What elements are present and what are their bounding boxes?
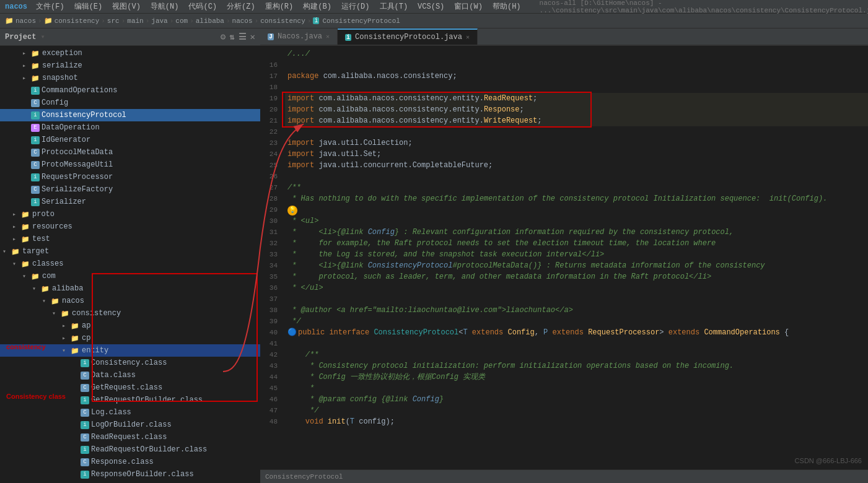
breadcrumb-item-com[interactable]: com — [175, 17, 188, 25]
tree-item-label: nacos — [62, 297, 84, 305]
gear-icon[interactable]: ⚙ — [221, 32, 226, 42]
sidebar-tree[interactable]: ▸📁exception▸📁serialize▸📁snapshotiCommand… — [0, 46, 260, 482]
line-number: 16 — [260, 59, 285, 71]
sidebar-header: Project ▾ ⚙ ⇅ ☰ ✕ — [0, 28, 260, 46]
breadcrumb-item-consistency2[interactable]: consistency — [260, 17, 305, 25]
tree-item-label: ReadRequestOrBuilder.class — [91, 445, 207, 454]
tree-item-resources[interactable]: ▸📁resources — [0, 220, 260, 233]
line-content: * <ul> — [285, 215, 868, 227]
tree-item-com[interactable]: ▾📁com — [0, 270, 260, 282]
breadcrumb-item-consistency[interactable]: 📁 consistency — [44, 17, 100, 25]
filter-icon[interactable]: ⇅ — [229, 32, 234, 42]
menu-item-build[interactable]: 构建(B) — [299, 0, 335, 13]
tree-item-entity[interactable]: ▾📁entity — [0, 344, 260, 357]
breadcrumb-item-alibaba[interactable]: alibaba — [196, 17, 224, 25]
tree-item-ProtocolMetaData[interactable]: CProtocolMetaData — [0, 146, 260, 159]
tree-item-ProtoMessageUtil[interactable]: CProtoMessageUtil — [0, 159, 260, 171]
menu-item-edit[interactable]: 编辑(E) — [71, 0, 107, 13]
breadcrumb-item-protocol[interactable]: i ConsistencyProtocol — [313, 17, 400, 25]
menu-item-navigate[interactable]: 导航(N) — [147, 0, 183, 13]
tree-item-target[interactable]: ▾📁target — [0, 245, 260, 258]
tree-item-classes[interactable]: ▾📁classes — [0, 258, 260, 270]
tab-consistency-protocol[interactable]: i ConsistencyProtocol.java ✕ — [338, 28, 478, 45]
tab-close-icon[interactable]: ✕ — [326, 33, 330, 40]
menu-item-analyze[interactable]: 分析(Z) — [223, 0, 259, 13]
settings-icon[interactable]: ☰ — [239, 32, 247, 42]
tree-item-Consistencyclass[interactable]: iConsistency.class — [0, 357, 260, 369]
line-content: 💡 — [285, 204, 868, 215]
tree-item-Config[interactable]: CConfig — [0, 97, 260, 109]
tab-nacos[interactable]: J Nacos.java ✕ — [260, 28, 338, 45]
tree-item-LogOrBuilderclass[interactable]: iLogOrBuilder.class — [0, 419, 260, 431]
tree-item-serialize[interactable]: ▸📁serialize — [0, 59, 260, 72]
menu-item-file[interactable]: 文件(F) — [32, 0, 68, 13]
line-number: 25 — [260, 160, 285, 171]
tree-item-RequestProcessor[interactable]: iRequestProcessor — [0, 171, 260, 183]
tree-item-Dataclass[interactable]: CData.class — [0, 369, 260, 381]
breadcrumb-item-nacos2[interactable]: nacos — [232, 17, 253, 25]
menu-bar: nacos 文件(F) 编辑(E) 视图(V) 导航(N) 代码(C) 分析(Z… — [0, 0, 868, 14]
tree-item-snapshot[interactable]: ▸📁snapshot — [0, 72, 260, 84]
line-content: */ — [285, 405, 868, 416]
tree-item-DataOperation[interactable]: EDataOperation — [0, 121, 260, 134]
collapse-arrow-icon: ▸ — [12, 211, 21, 218]
tree-item-label: Response.class — [91, 458, 154, 466]
breadcrumb-item-java[interactable]: java — [151, 17, 167, 25]
tree-item-alibaba[interactable]: ▾📁alibaba — [0, 282, 260, 295]
tree-item-ReadRequestOrBuilderclass[interactable]: iReadRequestOrBuilder.class — [0, 443, 260, 456]
editor-content[interactable]: /.../1617package com.alibaba.nacos.consi… — [260, 46, 868, 469]
menu-item-vcs[interactable]: VCS(S) — [414, 1, 448, 12]
tree-item-Serializer[interactable]: iSerializer — [0, 196, 260, 208]
tree-item-IdGenerator[interactable]: iIdGenerator — [0, 134, 260, 146]
class-icon: i — [31, 173, 40, 181]
class-icon: i — [31, 136, 40, 144]
tree-item-nacos[interactable]: ▾📁nacos — [0, 295, 260, 307]
line-number: 20 — [260, 104, 285, 115]
tree-item-ConsistencyProtocol[interactable]: iConsistencyProtocol — [0, 109, 260, 121]
menu-item-refactor[interactable]: 重构(R) — [261, 0, 297, 13]
code-line: 35 * protocol, such as leader, term, and… — [260, 271, 868, 282]
tree-item-label: ResponseOrBuilder.class — [91, 470, 194, 479]
tab-close-icon2[interactable]: ✕ — [466, 33, 470, 41]
breadcrumb-item-main[interactable]: main — [127, 17, 143, 25]
close-icon[interactable]: ✕ — [250, 32, 255, 42]
tree-item-Responseclass[interactable]: CResponse.class — [0, 456, 260, 468]
tree-item-label: SerializeFactory — [42, 185, 113, 194]
tree-item-ResponseOrBuilderclass[interactable]: iResponseOrBuilder.class — [0, 468, 260, 481]
menu-item-view[interactable]: 视图(V) — [108, 0, 144, 13]
menu-item-code[interactable]: 代码(C) — [185, 0, 221, 13]
line-content: */ — [285, 316, 868, 327]
tab-nacos-label: Nacos.java — [278, 32, 322, 41]
tree-item-ReadRequestclass[interactable]: CReadRequest.class — [0, 431, 260, 443]
tree-item-CommandOperations[interactable]: iCommandOperations — [0, 84, 260, 97]
tree-item-cp[interactable]: ▸📁cp — [0, 332, 260, 344]
tree-item-label: GetRequest.class — [91, 383, 162, 392]
code-line: 28 * Has nothing to do with the specific… — [260, 193, 868, 204]
menu-item-window[interactable]: 窗口(W) — [450, 0, 486, 13]
line-content: import java.util.concurrent.CompletableF… — [285, 160, 868, 171]
app-name: nacos — [5, 2, 27, 11]
collapse-arrow-icon: ▸ — [22, 62, 31, 69]
tree-item-ap[interactable]: ▸📁ap — [0, 320, 260, 332]
tree-item-proto[interactable]: ▸📁proto — [0, 208, 260, 220]
code-line: 47 */ — [260, 405, 868, 416]
tree-item-test[interactable]: ▸📁test — [0, 233, 260, 245]
breadcrumb-item-src[interactable]: src — [107, 17, 120, 25]
line-content: * Config 一致性协议初始化，根据Config 实现类 — [285, 372, 868, 383]
tree-item-label: snapshot — [42, 74, 78, 82]
tree-item-consistency[interactable]: ▾📁consistency — [0, 307, 260, 320]
tree-item-GetRequestclass[interactable]: CGetRequest.class — [0, 381, 260, 394]
line-number: 41 — [260, 338, 285, 349]
menu-item-tools[interactable]: 工具(T) — [376, 0, 412, 13]
breadcrumb-item-nacos[interactable]: 📁 nacos — [5, 17, 36, 25]
menu-item-help[interactable]: 帮助(H) — [489, 0, 525, 13]
tree-item-Logclass[interactable]: CLog.class — [0, 406, 260, 419]
line-content: * @author <a href="mailto:liaochuntao@li… — [285, 305, 868, 316]
code-line: 40🔵public interface ConsistencyProtocol<… — [260, 327, 868, 338]
class-icon: C — [81, 433, 89, 442]
tree-item-SerializeFactory[interactable]: CSerializeFactory — [0, 183, 260, 196]
tree-item-exception[interactable]: ▸📁exception — [0, 47, 260, 59]
tree-item-GetRequestOrBuilderclass[interactable]: iGetRequestOrBuilder.class — [0, 394, 260, 406]
menu-item-run[interactable]: 运行(D) — [338, 0, 374, 13]
code-line: 42 /** — [260, 349, 868, 360]
